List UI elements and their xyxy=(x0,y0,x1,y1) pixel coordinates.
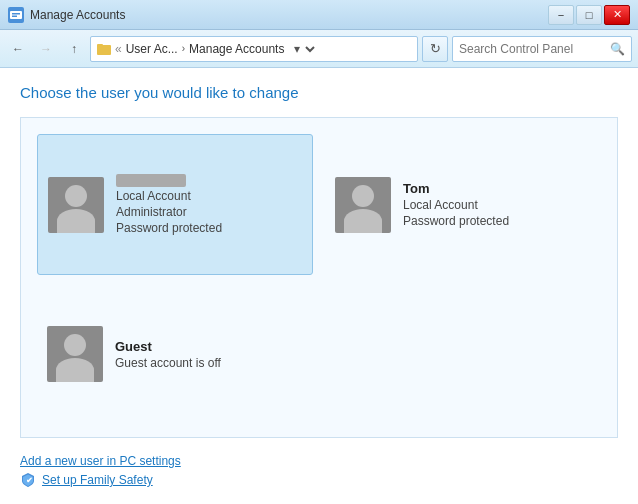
page-heading: Choose the user you would like to change xyxy=(20,84,618,101)
app-icon xyxy=(8,7,24,23)
back-button[interactable]: ← xyxy=(6,37,30,61)
account-extra-admin: Password protected xyxy=(116,221,222,235)
svg-rect-2 xyxy=(12,13,20,15)
account-card-admin[interactable]: Local Account Administrator Password pro… xyxy=(37,134,313,275)
account-info-guest: Guest Guest account is off xyxy=(115,339,221,370)
minimize-button[interactable]: − xyxy=(548,5,574,25)
search-input[interactable] xyxy=(459,42,606,56)
account-type-tom: Local Account xyxy=(403,198,509,212)
title-bar: Manage Accounts − □ ✕ xyxy=(0,0,638,30)
path-dropdown[interactable]: ▾ xyxy=(288,41,318,57)
bottom-links: Add a new user in PC settings ✔ Set up F… xyxy=(20,454,618,488)
svg-rect-5 xyxy=(97,44,103,47)
avatar-guest xyxy=(47,326,103,382)
window-controls: − □ ✕ xyxy=(548,5,630,25)
account-card-tom[interactable]: Tom Local Account Password protected xyxy=(325,134,601,275)
search-icon[interactable]: 🔍 xyxy=(610,42,625,56)
address-path: « User Ac... › Manage Accounts ▾ xyxy=(90,36,418,62)
close-button[interactable]: ✕ xyxy=(604,5,630,25)
path-part-1: User Ac... xyxy=(126,42,178,56)
account-name-guest: Guest xyxy=(115,339,221,354)
account-status-guest: Guest account is off xyxy=(115,356,221,370)
account-extra-tom: Password protected xyxy=(403,214,509,228)
maximize-button[interactable]: □ xyxy=(576,5,602,25)
title-bar-left: Manage Accounts xyxy=(8,7,125,23)
account-role-admin: Administrator xyxy=(116,205,222,219)
account-info-admin: Local Account Administrator Password pro… xyxy=(116,174,222,235)
account-name-redacted xyxy=(116,174,186,187)
folder-icon xyxy=(97,42,111,56)
svg-rect-3 xyxy=(12,15,17,17)
search-box: 🔍 xyxy=(452,36,632,62)
forward-button[interactable]: → xyxy=(34,37,58,61)
path-part-2: Manage Accounts xyxy=(189,42,284,56)
svg-text:✔: ✔ xyxy=(26,476,33,485)
window-title: Manage Accounts xyxy=(30,8,125,22)
refresh-button[interactable]: ↻ xyxy=(422,36,448,62)
account-info-tom: Tom Local Account Password protected xyxy=(403,181,509,228)
add-user-link-item: Add a new user in PC settings xyxy=(20,454,618,468)
avatar-admin xyxy=(48,177,104,233)
account-type-admin: Local Account xyxy=(116,189,222,203)
avatar-tom xyxy=(335,177,391,233)
add-user-link[interactable]: Add a new user in PC settings xyxy=(20,454,181,468)
shield-icon: ✔ xyxy=(20,472,36,488)
family-safety-link-item: ✔ Set up Family Safety xyxy=(20,472,618,488)
address-bar: ← → ↑ « User Ac... › Manage Accounts ▾ ↻… xyxy=(0,30,638,68)
account-card-guest[interactable]: Guest Guest account is off xyxy=(37,287,313,421)
up-button[interactable]: ↑ xyxy=(62,37,86,61)
main-content: Choose the user you would like to change… xyxy=(0,68,638,504)
grid-spacer xyxy=(325,287,601,421)
account-name-tom: Tom xyxy=(403,181,509,196)
svg-rect-1 xyxy=(10,11,22,19)
family-safety-link[interactable]: Set up Family Safety xyxy=(42,473,153,487)
accounts-panel: Local Account Administrator Password pro… xyxy=(20,117,618,438)
